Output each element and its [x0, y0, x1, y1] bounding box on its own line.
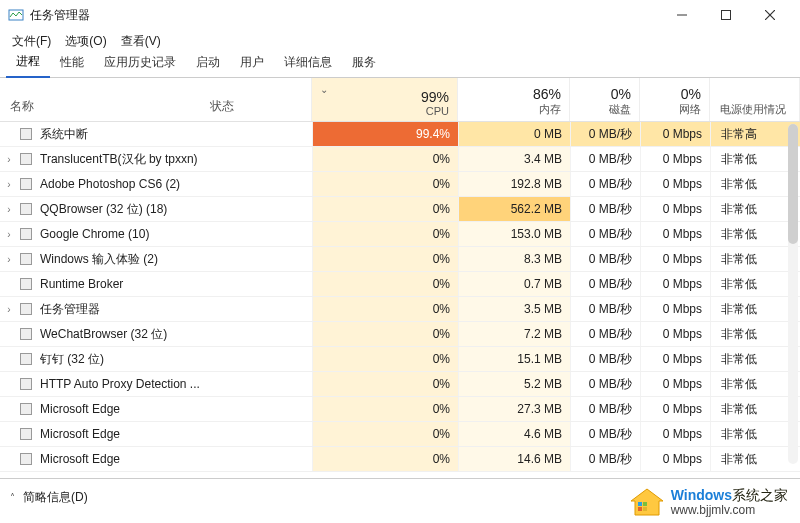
network-cell: 0 Mbps [640, 147, 710, 171]
tab-apphistory[interactable]: 应用历史记录 [94, 50, 186, 77]
memory-cell: 15.1 MB [458, 347, 570, 371]
minimize-button[interactable] [660, 0, 704, 30]
expand-toggle[interactable]: › [0, 304, 18, 315]
process-row[interactable]: ›Google Chrome (10)0%153.0 MB0 MB/秒0 Mbp… [0, 222, 800, 247]
cpu-cell: 0% [312, 222, 458, 246]
process-row[interactable]: Microsoft Edge0%27.3 MB0 MB/秒0 Mbps非常低 [0, 397, 800, 422]
cpu-cell: 0% [312, 272, 458, 296]
process-row[interactable]: 钉钉 (32 位)0%15.1 MB0 MB/秒0 Mbps非常低 [0, 347, 800, 372]
power-cell: 非常低 [710, 322, 800, 346]
tab-services[interactable]: 服务 [342, 50, 386, 77]
process-name-cell: ›任务管理器 [0, 297, 312, 321]
tab-performance[interactable]: 性能 [50, 50, 94, 77]
disk-cell: 0 MB/秒 [570, 322, 640, 346]
process-name: Google Chrome (10) [34, 227, 312, 241]
process-name-cell: Microsoft Edge [0, 397, 312, 421]
process-name-cell: ›Google Chrome (10) [0, 222, 312, 246]
chevron-up-icon[interactable]: ˄ [10, 492, 15, 503]
expand-toggle[interactable]: › [0, 154, 18, 165]
process-row[interactable]: ›任务管理器0%3.5 MB0 MB/秒0 Mbps非常低 [0, 297, 800, 322]
process-name: Adobe Photoshop CS6 (2) [34, 177, 312, 191]
menu-view[interactable]: 查看(V) [117, 31, 165, 52]
header-cpu-percent: 99% [421, 89, 449, 105]
sort-indicator-icon: ⌄ [320, 84, 328, 95]
process-row[interactable]: Runtime Broker0%0.7 MB0 MB/秒0 Mbps非常低 [0, 272, 800, 297]
process-name-cell: 钉钉 (32 位) [0, 347, 312, 371]
svg-rect-6 [638, 502, 642, 506]
process-name: QQBrowser (32 位) (18) [34, 201, 312, 218]
tab-details[interactable]: 详细信息 [274, 50, 342, 77]
disk-cell: 0 MB/秒 [570, 397, 640, 421]
brief-info-toggle[interactable]: 简略信息(D) [23, 489, 88, 506]
header-net-percent: 0% [681, 86, 701, 102]
cpu-cell: 0% [312, 347, 458, 371]
process-name: Runtime Broker [34, 277, 312, 291]
expand-toggle[interactable]: › [0, 229, 18, 240]
process-icon [18, 328, 34, 340]
header-network[interactable]: 0% 网络 [640, 78, 710, 121]
header-status[interactable]: 状态 [206, 78, 312, 121]
process-name: HTTP Auto Proxy Detection ... [34, 377, 312, 391]
process-name: Microsoft Edge [34, 427, 312, 441]
tab-startup[interactable]: 启动 [186, 50, 230, 77]
process-icon [18, 128, 34, 140]
maximize-button[interactable] [704, 0, 748, 30]
network-cell: 0 Mbps [640, 197, 710, 221]
header-power-label: 电源使用情况 [720, 102, 786, 117]
power-cell: 非常低 [710, 147, 800, 171]
tab-users[interactable]: 用户 [230, 50, 274, 77]
disk-cell: 0 MB/秒 [570, 197, 640, 221]
process-row[interactable]: 系统中断99.4%0 MB0 MB/秒0 Mbps非常高 [0, 122, 800, 147]
menu-options[interactable]: 选项(O) [61, 31, 110, 52]
memory-cell: 8.3 MB [458, 247, 570, 271]
expand-toggle[interactable]: › [0, 179, 18, 190]
expand-toggle[interactable]: › [0, 204, 18, 215]
process-icon [18, 453, 34, 465]
process-icon [18, 203, 34, 215]
process-row[interactable]: Microsoft Edge0%14.6 MB0 MB/秒0 Mbps非常低 [0, 447, 800, 472]
header-disk[interactable]: 0% 磁盘 [570, 78, 640, 121]
network-cell: 0 Mbps [640, 397, 710, 421]
process-row[interactable]: Microsoft Edge0%4.6 MB0 MB/秒0 Mbps非常低 [0, 422, 800, 447]
power-cell: 非常高 [710, 122, 800, 146]
disk-cell: 0 MB/秒 [570, 222, 640, 246]
power-cell: 非常低 [710, 297, 800, 321]
scrollbar-thumb[interactable] [788, 124, 798, 244]
column-headers: 名称 状态 ⌄ 99% CPU 86% 内存 0% 磁盘 0% 网络 电源使用情… [0, 78, 800, 122]
window-controls [660, 0, 792, 30]
process-row[interactable]: ›QQBrowser (32 位) (18)0%562.2 MB0 MB/秒0 … [0, 197, 800, 222]
svg-rect-8 [638, 507, 642, 511]
memory-cell: 7.2 MB [458, 322, 570, 346]
process-name: Microsoft Edge [34, 452, 312, 466]
process-name: Microsoft Edge [34, 402, 312, 416]
memory-cell: 153.0 MB [458, 222, 570, 246]
memory-cell: 14.6 MB [458, 447, 570, 471]
power-cell: 非常低 [710, 197, 800, 221]
header-power[interactable]: 电源使用情况 [710, 78, 800, 121]
menubar: 文件(F) 选项(O) 查看(V) [0, 30, 800, 52]
tab-processes[interactable]: 进程 [6, 49, 50, 78]
header-cpu[interactable]: ⌄ 99% CPU [312, 78, 458, 121]
disk-cell: 0 MB/秒 [570, 122, 640, 146]
disk-cell: 0 MB/秒 [570, 147, 640, 171]
process-row[interactable]: WeChatBrowser (32 位)0%7.2 MB0 MB/秒0 Mbps… [0, 322, 800, 347]
expand-toggle[interactable]: › [0, 254, 18, 265]
header-disk-label: 磁盘 [609, 102, 631, 117]
header-mem-label: 内存 [539, 102, 561, 117]
process-name-cell: ›Adobe Photoshop CS6 (2) [0, 172, 312, 196]
process-icon [18, 378, 34, 390]
tabbar: 进程 性能 应用历史记录 启动 用户 详细信息 服务 [0, 52, 800, 78]
close-button[interactable] [748, 0, 792, 30]
disk-cell: 0 MB/秒 [570, 172, 640, 196]
process-name-cell: ›Windows 输入体验 (2) [0, 247, 312, 271]
header-name[interactable]: 名称 [0, 78, 206, 121]
power-cell: 非常低 [710, 397, 800, 421]
process-icon [18, 428, 34, 440]
process-row[interactable]: ›Adobe Photoshop CS6 (2)0%192.8 MB0 MB/秒… [0, 172, 800, 197]
process-icon [18, 353, 34, 365]
process-row[interactable]: HTTP Auto Proxy Detection ...0%5.2 MB0 M… [0, 372, 800, 397]
process-row[interactable]: ›Windows 输入体验 (2)0%8.3 MB0 MB/秒0 Mbps非常低 [0, 247, 800, 272]
vertical-scrollbar[interactable] [788, 124, 798, 464]
header-memory[interactable]: 86% 内存 [458, 78, 570, 121]
process-row[interactable]: ›TranslucentTB(汉化 by tpxxn)0%3.4 MB0 MB/… [0, 147, 800, 172]
